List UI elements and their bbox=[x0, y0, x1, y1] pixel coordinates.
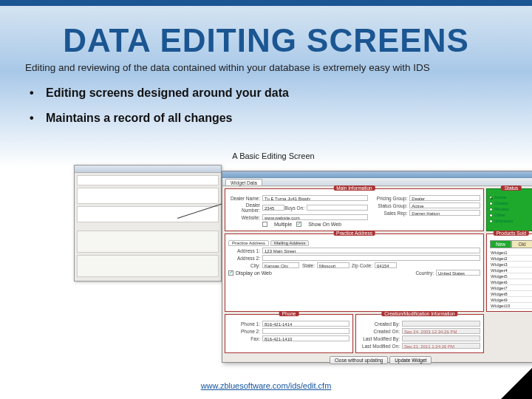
bullet-list: Editing screens designed around your dat… bbox=[0, 86, 532, 125]
status-option: Review bbox=[494, 207, 509, 211]
display-web-checkbox[interactable] bbox=[228, 270, 233, 276]
address2-field[interactable] bbox=[262, 255, 480, 261]
list-item[interactable]: Widget10 bbox=[490, 303, 532, 309]
sales-rep-field[interactable]: Darren Hatton bbox=[409, 210, 480, 216]
list-item[interactable]: Widget7 bbox=[490, 285, 532, 291]
list-item[interactable]: Widget5 bbox=[490, 273, 532, 279]
status-group-field[interactable]: Active bbox=[409, 202, 480, 208]
list-item[interactable]: Widget9 bbox=[490, 297, 532, 303]
close-button[interactable]: Close without updating bbox=[330, 356, 389, 364]
list-item[interactable]: Widget1 bbox=[490, 250, 532, 256]
footer-link[interactable]: www.zbluesoftware.com/ids/edit.cfm bbox=[0, 381, 532, 390]
fax-field[interactable]: 816-421-1410 bbox=[262, 335, 349, 341]
panel-header: Phone bbox=[279, 311, 299, 316]
screenshot-figure: A Basic Editing Screen Widget Data Main … bbox=[66, 151, 480, 373]
panel-header: Creation/Modification Information bbox=[381, 311, 457, 316]
label: Phone 1: bbox=[228, 321, 262, 327]
label: Buys On: bbox=[284, 205, 307, 211]
status-radio[interactable] bbox=[489, 214, 493, 217]
tab-old[interactable]: Old bbox=[511, 240, 532, 248]
dealer-name-field[interactable]: Tu E Turna Ju41 Biggly bbox=[262, 195, 368, 201]
label: City: bbox=[228, 263, 262, 268]
editing-window: Widget Data Main Information Dealer Name… bbox=[222, 171, 532, 363]
panel-header: Practice Address bbox=[333, 231, 375, 236]
phone2-field[interactable] bbox=[262, 328, 349, 334]
city-field[interactable]: Kansas City bbox=[262, 262, 299, 268]
label: Address 2: bbox=[228, 256, 262, 261]
buys-on-field[interactable] bbox=[307, 205, 368, 211]
label: Dealer Name: bbox=[228, 196, 262, 201]
bullet-item: Maintains a record of all changes bbox=[30, 112, 502, 125]
panel-phone: Phone Phone 1:816-421-1414 Phone 2: Fax:… bbox=[225, 314, 353, 353]
list-item[interactable]: Widget2 bbox=[490, 256, 532, 262]
tab-practice-address[interactable]: Practice Address bbox=[228, 240, 269, 246]
tab-strip: Widget Data bbox=[222, 178, 532, 186]
list-item[interactable]: Widget3 bbox=[490, 262, 532, 267]
label: Created By: bbox=[359, 321, 402, 327]
label: Country: bbox=[403, 270, 436, 276]
page-title: DATA EDITING SCREENS bbox=[0, 0, 532, 59]
panel-header: Status bbox=[501, 185, 522, 191]
bullet-item: Editing screens designed around your dat… bbox=[30, 86, 502, 100]
window-titlebar bbox=[75, 166, 221, 173]
created-on-field: Sep 24, 2003 12:34:26 PM bbox=[402, 328, 480, 334]
status-radio[interactable] bbox=[489, 208, 493, 211]
list-item[interactable]: Widget8 bbox=[490, 291, 532, 297]
panel-header: Main Information bbox=[333, 185, 375, 191]
status-option: Active bbox=[494, 195, 506, 200]
country-field[interactable]: United States bbox=[436, 270, 480, 276]
screenshot-caption: A Basic Editing Screen bbox=[66, 151, 480, 160]
label: Zip Code: bbox=[349, 263, 375, 268]
update-button[interactable]: Update Widget bbox=[389, 356, 432, 364]
panel-products-sold: Products Sold New Old Widget1 Widget2 Wi… bbox=[486, 233, 532, 312]
label: Display on Web bbox=[236, 270, 272, 276]
website-field[interactable]: www.website.com bbox=[262, 214, 368, 220]
status-radio[interactable] bbox=[489, 219, 493, 223]
label: Dealer Number: bbox=[228, 202, 262, 213]
panel-address: Practice Address Practice Address Mailin… bbox=[225, 233, 484, 312]
tab-mailing-address[interactable]: Mailing Address bbox=[270, 240, 309, 246]
label: Fax: bbox=[228, 336, 262, 341]
window-titlebar bbox=[222, 171, 532, 178]
list-item[interactable]: Widget4 bbox=[490, 267, 532, 273]
address1-field[interactable]: 123 Main Street bbox=[262, 248, 480, 253]
label: State: bbox=[299, 263, 317, 268]
state-field[interactable]: Missouri bbox=[317, 262, 349, 268]
list-item[interactable]: Widget6 bbox=[490, 279, 532, 285]
label: Website: bbox=[228, 215, 262, 220]
page-subtitle: Editing and reviewing of the data contai… bbox=[0, 59, 532, 86]
label: Address 1: bbox=[228, 248, 262, 253]
label: Pricing Group: bbox=[372, 196, 409, 201]
label: Status Group: bbox=[372, 203, 409, 208]
panel-creation-modification: Creation/Modification Information Create… bbox=[355, 314, 484, 353]
panel-main-info: Main Information Dealer Name:Tu E Turna … bbox=[225, 188, 484, 231]
label: Created On: bbox=[359, 329, 402, 334]
label: Show On Web bbox=[308, 222, 341, 227]
zip-field[interactable]: 64154 bbox=[375, 262, 397, 268]
show-web-checkbox[interactable] bbox=[296, 222, 301, 227]
phone1-field[interactable]: 816-421-1414 bbox=[262, 321, 349, 327]
modified-on-field: Sep 21, 2011 1:24:26 PM bbox=[402, 343, 480, 349]
status-option: Unknown bbox=[494, 219, 513, 223]
modified-by-field bbox=[402, 335, 480, 341]
label: Phone 2: bbox=[228, 329, 262, 334]
status-radio[interactable] bbox=[489, 202, 493, 205]
created-by-field bbox=[402, 321, 480, 327]
status-option: Closed bbox=[494, 201, 508, 205]
label: Multiple bbox=[274, 222, 292, 227]
label: Last Modified By: bbox=[359, 336, 402, 341]
dealer-number-field[interactable]: 2345 bbox=[262, 205, 284, 211]
background-window bbox=[74, 165, 222, 282]
panel-status: Status Active Closed Review Other Unknow… bbox=[486, 188, 532, 231]
page-corner-decoration bbox=[501, 368, 532, 399]
status-radio[interactable] bbox=[489, 196, 493, 200]
products-list[interactable]: Widget1 Widget2 Widget3 Widget4 Widget5 … bbox=[490, 250, 532, 309]
tab-widget-data[interactable]: Widget Data bbox=[225, 179, 262, 185]
tab-new[interactable]: New bbox=[490, 240, 511, 248]
status-option: Other bbox=[494, 213, 505, 217]
label: Sales Rep: bbox=[372, 211, 409, 216]
multiple-checkbox[interactable] bbox=[262, 222, 267, 227]
label: Last Modified On: bbox=[359, 344, 402, 349]
pricing-group-field[interactable]: Dealer bbox=[409, 195, 480, 201]
panel-header: Products Sold bbox=[494, 231, 529, 236]
